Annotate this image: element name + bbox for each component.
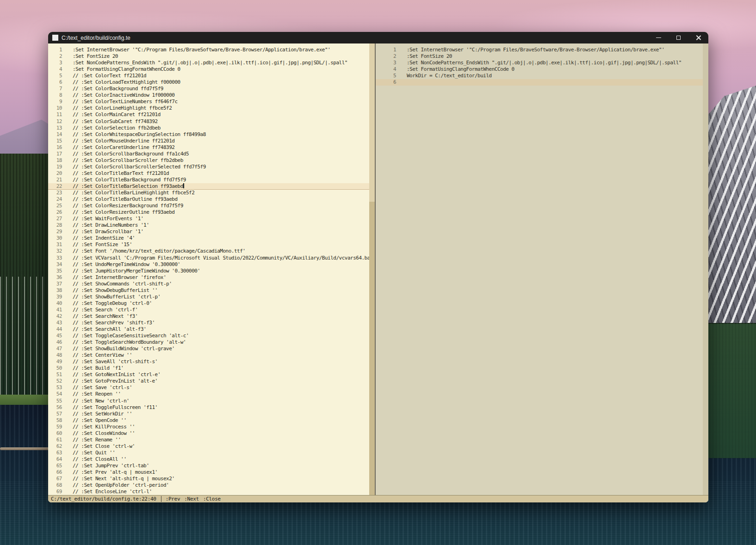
scrollbar[interactable]: [703, 43, 708, 495]
editor-pane-active[interactable]: 1 :Set InternetBrowser '"C:/Program File…: [48, 43, 375, 495]
code-line[interactable]: 12 // :Set ColorSubCaret ff748392: [48, 118, 375, 125]
code-line[interactable]: 67 // :Set Next 'alt-shift-q | mousex2': [48, 476, 375, 482]
code-line[interactable]: 30 // :Set IndentSize '4': [48, 235, 375, 242]
code-line[interactable]: 4 :Set FormatUsingClangFormatWhenCCode 0: [376, 66, 708, 73]
code-line[interactable]: 6 // :Set ColorLoadTextHighlight f000000: [48, 79, 375, 86]
code-line[interactable]: 5 WorkDir = C:/text_editor/build: [376, 73, 708, 79]
code-line[interactable]: 6: [376, 79, 708, 86]
status-command-close[interactable]: :Close: [203, 496, 221, 502]
status-command-next[interactable]: :Next: [184, 496, 199, 502]
code-line[interactable]: 47 // :Set ShowBuildWindow 'ctrl-grave': [48, 346, 375, 352]
code-line[interactable]: 59 // :Set KillProcess '': [48, 424, 375, 430]
code-line[interactable]: 53 // :Set Save 'ctrl-s': [48, 384, 375, 391]
line-text: // :Set ToggleCaseSensitiveSearch 'alt-c…: [62, 333, 189, 339]
code-line[interactable]: 57 // :Set SetWorkDir '': [48, 411, 375, 417]
code-line[interactable]: 13 // :Set ColorSelection ffb2dbeb: [48, 125, 375, 131]
code-line[interactable]: 52 // :Set GotoPrevInList 'alt-e': [48, 378, 375, 384]
editor-pane-inactive[interactable]: 1 :Set InternetBrowser '"C:/Program File…: [376, 43, 708, 495]
code-line[interactable]: 27 // :Set WaitForEvents '1': [48, 216, 375, 222]
scrollbar-thumb[interactable]: [369, 43, 375, 202]
line-number: 3: [376, 60, 396, 66]
code-line[interactable]: 51 // :Set GotoNextInList 'ctrl-e': [48, 372, 375, 378]
code-line[interactable]: 11 // :Set ColorMainCaret ff21201d: [48, 111, 375, 118]
code-line[interactable]: 19 // :Set ColorScrollbarScrollerSelecte…: [48, 164, 375, 170]
code-line[interactable]: 69 // :Set EncloseLine 'ctrl-l': [48, 489, 375, 495]
code-line[interactable]: 42 // :Set SearchNext 'f3': [48, 313, 375, 320]
code-line[interactable]: 64 // :Set CloseAll '': [48, 456, 375, 463]
code-line[interactable]: 29 // :Set DrawScrollbar '1': [48, 229, 375, 235]
code-line[interactable]: 18 // :Set ColorScrollbarScroller ffb2db…: [48, 157, 375, 164]
code-line[interactable]: 38 // :Set ShowDebugBufferList '': [48, 287, 375, 294]
code-line[interactable]: 50 // :Set Build 'f1': [48, 365, 375, 372]
code-line[interactable]: 62 // :Set Close 'ctrl-w': [48, 443, 375, 450]
code-line[interactable]: 41 // :Set Search 'ctrl-f': [48, 307, 375, 313]
line-number: 61: [48, 437, 62, 443]
code-line[interactable]: 2 :Set FontSize 20: [376, 53, 708, 60]
code-line[interactable]: 65 // :Set JumpPrev 'ctrl-tab': [48, 463, 375, 469]
code-line[interactable]: 33 // :Set VCVarsall 'C:/Program Files/M…: [48, 255, 375, 261]
code-line[interactable]: 4 :Set FormatUsingClangFormatWhenCCode 0: [48, 66, 375, 73]
line-number: 21: [48, 177, 62, 183]
code-line[interactable]: 66 // :Set Prev 'alt-q | mousex1': [48, 469, 375, 476]
scrollbar[interactable]: [369, 43, 375, 495]
code-line[interactable]: 54 // :Set Reopen '': [48, 391, 375, 397]
code-line[interactable]: 7 // :Set ColorBackground ffd7f5f9: [48, 86, 375, 92]
code-line[interactable]: 1 :Set InternetBrowser '"C:/Program File…: [376, 47, 708, 53]
status-command-prev[interactable]: :Prev: [166, 496, 180, 502]
line-text: // :Set CenterView '': [62, 352, 132, 359]
code-line[interactable]: 63 // :Set Quit '': [48, 450, 375, 456]
code-line[interactable]: 56 // :Set ToggleFullscreen 'f11': [48, 404, 375, 411]
close-button[interactable]: [688, 32, 708, 43]
code-line[interactable]: 68 // :Set OpenUpFolder 'ctrl-period': [48, 482, 375, 489]
code-line[interactable]: 15 // :Set ColorMouseUnderline ff21201d: [48, 138, 375, 144]
code-line[interactable]: 46 // :Set ToggleSearchWordBoundary 'alt…: [48, 339, 375, 346]
code-line[interactable]: 32 // :Set Font '/home/krz/text_editor/p…: [48, 248, 375, 254]
code-line[interactable]: 20 // :Set ColorTitleBarText ff21201d: [48, 170, 375, 177]
line-text: // :Set FontSize '15': [62, 242, 132, 248]
code-line[interactable]: 35 // :Set JumpHistoryMergeTimeWindow '0…: [48, 268, 375, 274]
code-area[interactable]: 1 :Set InternetBrowser '"C:/Program File…: [376, 43, 708, 495]
code-line[interactable]: 45 // :Set ToggleCaseSensitiveSearch 'al…: [48, 333, 375, 339]
code-line[interactable]: 37 // :Set ShowCommands 'ctrl-shift-p': [48, 281, 375, 287]
line-text: // :Set GotoNextInList 'ctrl-e': [62, 372, 161, 378]
line-text: :Set FontSize 20: [62, 53, 118, 60]
code-line[interactable]: 21 // :Set ColorTitleBarBackground ffd7f…: [48, 177, 375, 183]
code-line[interactable]: 10 // :Set ColorLineHighlight ffbce5f2: [48, 105, 375, 111]
code-line[interactable]: 25 // :Set ColorResizerBackground ffd7f5…: [48, 203, 375, 209]
code-line[interactable]: 23 // :Set ColorTitleBarLineHighlight ff…: [48, 190, 375, 196]
code-line[interactable]: 5 // :Set ColorText ff21201d: [48, 73, 375, 79]
line-number: 16: [48, 144, 62, 151]
code-line[interactable]: 43 // :Set SearchPrev 'shift-f3': [48, 320, 375, 326]
code-line[interactable]: 1 :Set InternetBrowser '"C:/Program File…: [48, 47, 375, 53]
code-line[interactable]: 55 // :Set New 'ctrl-n': [48, 398, 375, 404]
code-line[interactable]: 24 // :Set ColorTitleBarOutline ff93aebd: [48, 196, 375, 203]
code-line[interactable]: 34 // :Set UndoMergeTimeWindow '0.300000…: [48, 261, 375, 268]
code-line[interactable]: 9 // :Set ColorTextLineNumbers ff646f7c: [48, 99, 375, 105]
code-line[interactable]: 44 // :Set SearchAll 'alt-f3': [48, 326, 375, 333]
code-line[interactable]: 61 // :Set Rename '': [48, 437, 375, 443]
code-line[interactable]: 39 // :Set ShowBufferList 'ctrl-p': [48, 294, 375, 300]
code-line[interactable]: 14 // :Set ColorWhitespaceDuringSelectio…: [48, 131, 375, 138]
minimize-button[interactable]: [649, 32, 669, 43]
line-number: 12: [48, 118, 62, 125]
code-line[interactable]: 48 // :Set CenterView '': [48, 352, 375, 359]
code-line[interactable]: 16 // :Set ColorCaretUnderline ff748392: [48, 144, 375, 151]
maximize-button[interactable]: [669, 32, 688, 43]
code-line[interactable]: 36 // :Set InternetBrowser 'firefox': [48, 274, 375, 281]
code-line[interactable]: 17 // :Set ColorScrollbarBackground ffa1…: [48, 151, 375, 157]
code-line[interactable]: 2 :Set FontSize 20: [48, 53, 375, 60]
code-line[interactable]: 26 // :Set ColorResizerOutline ff93aebd: [48, 209, 375, 216]
code-line[interactable]: 3 :Set NonCodePatterns_EndsWith ".git/|.…: [48, 60, 375, 66]
code-line[interactable]: 31 // :Set FontSize '15': [48, 242, 375, 248]
code-line[interactable]: 22 // :Set ColorTitleBarSelection ff93ae…: [48, 183, 375, 190]
code-line[interactable]: 58 // :Set OpenCode '': [48, 417, 375, 424]
code-line[interactable]: 8 // :Set ColorInactiveWindow 1f000000: [48, 92, 375, 99]
code-line[interactable]: 3 :Set NonCodePatterns_EndsWith ".git/|.…: [376, 60, 708, 66]
code-line[interactable]: 60 // :Set CloseWindow '': [48, 430, 375, 437]
code-line[interactable]: 40 // :Set ToggleDebug 'ctrl-0': [48, 300, 375, 307]
code-area[interactable]: 1 :Set InternetBrowser '"C:/Program File…: [48, 43, 375, 495]
line-text: // :Set Font '/home/krz/text_editor/pack…: [62, 248, 245, 254]
code-line[interactable]: 28 // :Set DrawLineNumbers '1': [48, 222, 375, 229]
code-line[interactable]: 49 // :Set SaveAll 'ctrl-shift-s': [48, 359, 375, 365]
title-bar[interactable]: C:/text_editor/build/config.te: [48, 32, 708, 43]
